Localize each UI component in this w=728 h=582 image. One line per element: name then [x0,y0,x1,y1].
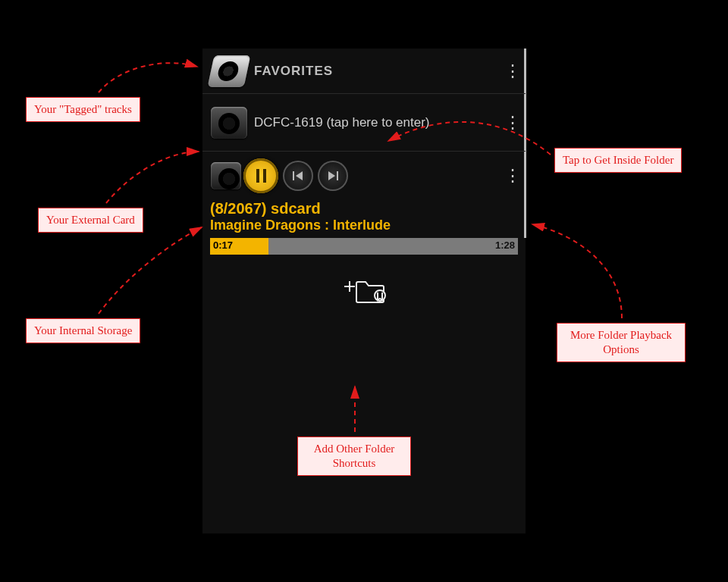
progress-bar[interactable]: 0:17 1:28 [210,238,518,255]
callout-add-shortcut: Add Other Folder Shortcuts [297,436,411,476]
track-counter: (8/2067) sdcard [210,200,518,217]
svg-rect-0 [293,171,294,180]
elapsed-time: 0:17 [213,239,233,251]
tagged-tracks-icon [209,53,249,89]
nowplaying-meta: (8/2067) sdcard Imagine Dragons : Interl… [202,197,526,235]
pause-button[interactable] [243,158,278,193]
folder-icon [209,105,249,141]
svg-marker-2 [328,171,335,180]
add-folder-shortcut-button[interactable] [202,273,526,311]
sdcard-row: ⋮ [202,152,526,197]
skip-next-icon [326,169,340,183]
callout-external-card: Your External Card [38,208,143,233]
favorites-more-button[interactable]: ⋮ [504,61,519,81]
favorites-label: FAVORITES [254,64,504,79]
callout-enter-folder: Tap to Get Inside Folder [554,148,682,173]
svg-rect-3 [337,171,338,180]
folder-more-button[interactable]: ⋮ [504,113,519,133]
folder-label: DCFC-1619 (tap here to enter) [254,115,504,130]
add-bookmark-folder-icon [340,273,388,308]
callout-tagged-tracks: Your "Tagged" tracks [26,97,140,122]
callout-internal-storage: Your Internal Storage [26,318,140,343]
sdcard-more-button[interactable]: ⋮ [504,166,519,186]
svg-marker-1 [296,171,303,180]
track-title: Imagine Dragons : Interlude [210,217,518,233]
favorites-row[interactable]: FAVORITES ⋮ [202,48,526,94]
skip-prev-icon [291,169,305,183]
next-track-button[interactable] [318,161,348,191]
callout-more-options: More Folder Playback Options [557,323,686,362]
prev-track-button[interactable] [283,161,313,191]
folder-playing-icon [209,158,243,194]
folder-row[interactable]: DCFC-1619 (tap here to enter) ⋮ [202,94,526,152]
total-time: 1:28 [495,239,515,251]
